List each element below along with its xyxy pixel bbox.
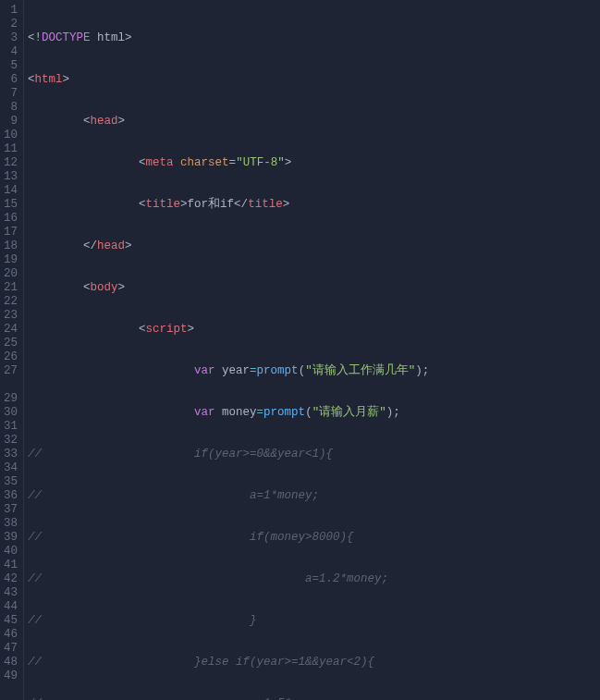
code-line: <!DOCTYPE html>: [28, 31, 600, 45]
line-number: 36: [4, 489, 18, 503]
code-line: // a=1.2*money;: [28, 572, 600, 586]
line-number: 7: [4, 87, 18, 101]
line-number-gutter: 1234567891011121314151617181920212223242…: [0, 0, 24, 700]
code-line: // a=1*money;: [28, 489, 600, 503]
code-line: <head>: [28, 115, 600, 129]
line-number: 20: [4, 267, 18, 281]
line-number: 3: [4, 31, 18, 45]
line-number: 21: [4, 281, 18, 295]
line-number: 4: [4, 45, 18, 59]
line-number: 5: [4, 59, 18, 73]
line-number: 10: [4, 129, 18, 142]
line-number: 43: [4, 586, 18, 600]
line-number: 14: [4, 184, 18, 198]
line-number: 1: [4, 4, 18, 18]
code-line: var year=prompt("请输入工作满几年");: [28, 364, 600, 378]
line-number: 37: [4, 503, 18, 517]
line-number: 35: [4, 475, 18, 489]
code-line: // if(year>=0&&year<1){: [28, 448, 600, 461]
line-number: 31: [4, 420, 18, 434]
line-number: 23: [4, 309, 18, 323]
line-number: 2: [4, 18, 18, 31]
line-number: 44: [4, 600, 18, 614]
line-number: 6: [4, 73, 18, 87]
line-number: 49: [4, 669, 18, 683]
line-number: 47: [4, 642, 18, 656]
line-number: 46: [4, 628, 18, 642]
line-number: 34: [4, 461, 18, 475]
line-number: 25: [4, 337, 18, 350]
line-number: 15: [4, 198, 18, 212]
line-number: [4, 378, 18, 392]
code-line: <body>: [28, 281, 600, 295]
line-number: 41: [4, 559, 18, 572]
line-number: 29: [4, 392, 18, 406]
line-number: 38: [4, 517, 18, 531]
line-number: 12: [4, 156, 18, 170]
line-number: 17: [4, 226, 18, 239]
line-number: 40: [4, 545, 18, 559]
code-editor[interactable]: 1234567891011121314151617181920212223242…: [0, 0, 600, 700]
line-number: 45: [4, 614, 18, 628]
code-line: var money=prompt("请输入月薪");: [28, 406, 600, 420]
code-line: // if(money>8000){: [28, 531, 600, 545]
line-number: 13: [4, 170, 18, 184]
line-number: 39: [4, 531, 18, 545]
line-number: 26: [4, 350, 18, 364]
line-number: 9: [4, 115, 18, 129]
line-number: 11: [4, 142, 18, 156]
line-number: 8: [4, 101, 18, 115]
line-number: 19: [4, 253, 18, 267]
line-number: 27: [4, 364, 18, 378]
line-number: 18: [4, 239, 18, 253]
line-number: 30: [4, 406, 18, 420]
code-area[interactable]: <!DOCTYPE html> <html> <head> <meta char…: [24, 0, 600, 700]
code-line: <meta charset="UTF-8">: [28, 156, 600, 170]
code-line: <script>: [28, 323, 600, 337]
code-line: </head>: [28, 239, 600, 253]
code-line: <title>for和if</title>: [28, 198, 600, 212]
line-number: 16: [4, 212, 18, 226]
line-number: 42: [4, 572, 18, 586]
code-line: // }else if(year>=1&&year<2){: [28, 656, 600, 669]
line-number: 33: [4, 448, 18, 461]
code-line: <html>: [28, 73, 600, 87]
line-number: 22: [4, 295, 18, 309]
line-number: 32: [4, 434, 18, 448]
line-number: 48: [4, 656, 18, 669]
code-line: // }: [28, 614, 600, 628]
line-number: 24: [4, 323, 18, 337]
